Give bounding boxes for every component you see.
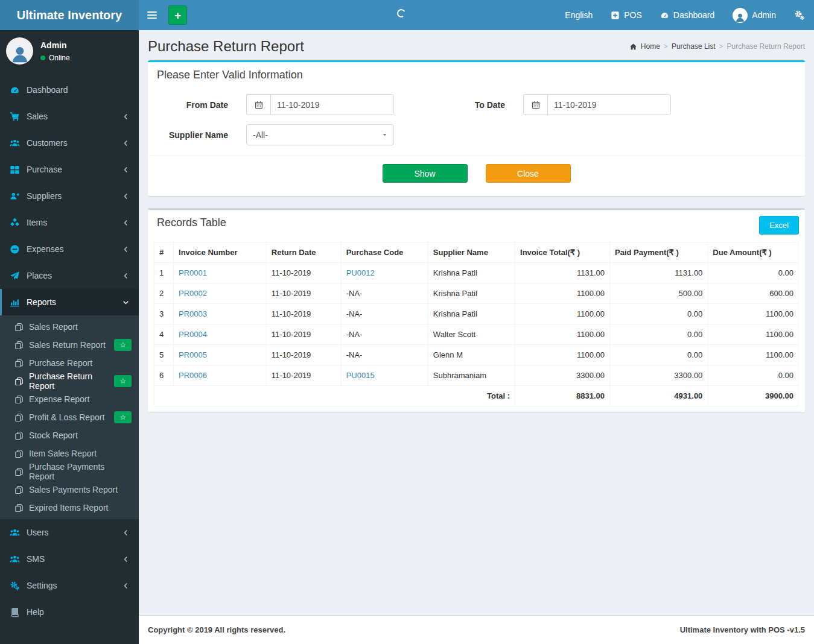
sidebar-item-items[interactable]: Items [0,209,139,236]
sidebar-item-dashboard[interactable]: Dashboard [0,77,139,103]
submenu-item-sales-report[interactable]: Sales Report [0,318,139,336]
submenu-item-purchase-payments-report[interactable]: Purchase Payments Report [0,462,139,481]
column-header-purchase-code: Purchase Code [341,242,428,263]
sidebar-item-label: Settings [27,581,57,590]
pos-link[interactable]: POS [602,0,651,30]
copy-icon [14,359,24,368]
from-date-input[interactable] [270,94,394,115]
excel-export-button[interactable]: Excel [759,216,799,235]
total-invoice-amount: 8831.00 [515,386,610,406]
invoice-number-link[interactable]: PR0005 [179,350,207,359]
calendar-icon[interactable] [523,94,547,115]
sidebar-item-label: Reports [27,297,56,307]
submenu-item-label: Purchase Report [29,358,92,368]
sidebar-toggle-button[interactable] [139,0,165,30]
chevron-left-icon [122,555,130,563]
user-plus-icon [9,191,21,201]
invoice-number-link[interactable]: PR0001 [179,268,207,277]
copy-icon [14,377,24,386]
invoice-total-cell: 1100.00 [515,304,610,324]
sidebar-item-settings[interactable]: Settings [0,572,139,599]
submenu-item-profit-loss-report[interactable]: Profit & Loss Report ☆ [0,408,139,426]
submenu-item-item-sales-report[interactable]: Item Sales Report [0,444,139,462]
star-badge: ☆ [114,375,132,387]
purchase-code-cell: PU0015 [341,365,428,386]
user-status: Online [40,54,70,62]
table-row: 4 PR0004 11-10-2019 -NA- Walter Scott 11… [154,324,799,345]
language-menu[interactable]: English [556,0,602,30]
sidebar-menu: Dashboard Sales Customers Purchase Suppl… [0,77,139,625]
submenu-item-expired-items-report[interactable]: Expired Items Report [0,499,139,517]
breadcrumb-home[interactable]: Home [641,42,660,51]
breadcrumb-purchase-list[interactable]: Purchase List [672,42,716,51]
due-amount-cell: 0.00 [708,365,799,386]
due-amount-cell: 1100.00 [708,345,799,365]
hamburger-icon [147,10,157,21]
invoice-number-cell: PR0001 [174,263,267,283]
invoice-number-link[interactable]: PR0002 [179,289,207,298]
sidebar-item-label: Help [27,607,44,617]
sidebar-item-reports[interactable]: Reports [0,289,139,315]
calendar-icon[interactable] [246,94,270,115]
submenu-item-label: Sales Report [29,322,78,332]
column-header-return-date: Return Date [266,242,341,263]
settings-menu[interactable] [785,0,814,30]
purchase-code-link[interactable]: PU0015 [346,371,375,380]
chevron-left-icon [122,529,130,537]
table-row: 2 PR0002 11-10-2019 -NA- Krishna Patil 1… [154,283,799,304]
show-button[interactable]: Show [383,164,468,183]
brand-logo[interactable]: Ultimate Inventory [0,0,139,30]
submenu-item-stock-report[interactable]: Stock Report [0,426,139,444]
supplier-name-cell: Walter Scott [428,324,515,345]
sidebar-item-help[interactable]: Help [0,599,139,625]
paid-payment-cell: 0.00 [610,304,708,324]
sidebar-item-places[interactable]: Places [0,262,139,289]
column-header-: # [154,242,174,263]
submenu-item-sales-return-report[interactable]: Sales Return Report ☆ [0,336,139,354]
submenu-item-label: Expense Report [29,394,89,404]
table-header-row: #Invoice NumberReturn DatePurchase CodeS… [154,242,799,263]
invoice-number-link[interactable]: PR0003 [179,309,207,318]
sidebar-item-label: Expenses [27,244,63,254]
table-row: 6 PR0006 11-10-2019 PU0015 Subhramaniam … [154,365,799,386]
paid-payment-cell: 0.00 [610,324,708,345]
invoice-number-link[interactable]: PR0006 [179,371,207,380]
sidebar-item-sms[interactable]: SMS [0,546,139,572]
chevron-down-icon [122,298,130,306]
records-panel: Records Table Excel #Invoice NumberRetur… [148,208,805,412]
sidebar-item-purchase[interactable]: Purchase [0,156,139,183]
sidebar-item-users[interactable]: Users [0,519,139,546]
sidebar-item-label: Sales [27,112,48,121]
sidebar: Admin Online Dashboard Sales Customers P… [0,30,139,644]
close-button[interactable]: Close [486,164,571,183]
submenu-item-sales-payments-report[interactable]: Sales Payments Report [0,481,139,499]
user-menu[interactable]: Admin [723,0,785,30]
sidebar-item-suppliers[interactable]: Suppliers [0,183,139,209]
breadcrumb-current: Purchase Return Report [727,42,805,51]
from-date-group [246,94,394,115]
sidebar-item-expenses[interactable]: Expenses [0,236,139,262]
sidebar-item-sales[interactable]: Sales [0,103,139,130]
row-number-cell: 4 [154,324,174,345]
supplier-select[interactable]: -All- [246,124,394,145]
sidebar-item-customers[interactable]: Customers [0,130,139,156]
caret-down-icon [381,131,388,138]
submenu-item-purchase-report[interactable]: Purchase Report [0,354,139,372]
purchase-code-link[interactable]: PU0012 [346,268,375,277]
gears-icon [9,581,21,591]
to-date-group [523,94,671,115]
gauge-icon [660,11,669,20]
users-icon [9,554,21,564]
users-icon [9,528,21,538]
quick-add-button[interactable]: + [168,5,187,25]
submenu-item-label: Sales Return Report [29,340,106,350]
copy-icon [14,485,24,494]
to-date-input[interactable] [547,94,671,115]
submenu-item-label: Purchase Payments Report [29,462,132,481]
submenu-item-purchase-return-report[interactable]: Purchase Return Report ☆ [0,372,139,390]
invoice-number-link[interactable]: PR0004 [179,330,207,339]
submenu-item-expense-report[interactable]: Expense Report [0,390,139,408]
content-header: Purchase Return Report Home > Purchase L… [139,30,814,60]
invoice-number-cell: PR0006 [174,365,267,386]
dashboard-link[interactable]: Dashboard [651,0,724,30]
